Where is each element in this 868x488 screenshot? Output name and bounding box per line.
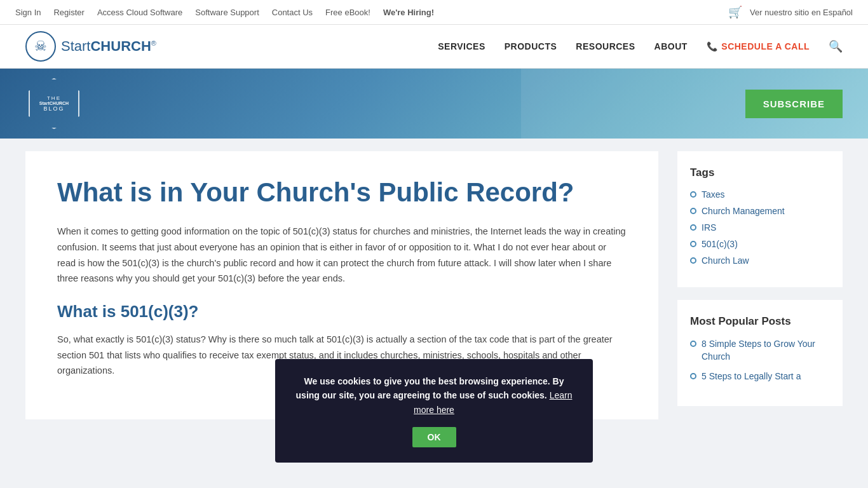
- nav-links: SERVICES PRODUCTS RESOURCES ABOUT 📞 SCHE…: [438, 39, 843, 53]
- logo-icon: ☠: [25, 31, 56, 62]
- tag-dot: [690, 257, 696, 264]
- popular-list: 8 Simple Steps to Grow Your Church 5 Ste…: [690, 338, 830, 383]
- tag-irs[interactable]: IRS: [702, 222, 716, 233]
- cookie-ok-button[interactable]: OK: [412, 427, 456, 432]
- tag-dot: [690, 191, 696, 198]
- tag-church-management[interactable]: Church Management: [702, 206, 785, 216]
- hiring-link[interactable]: We're Hiring!: [383, 8, 434, 17]
- list-item: Church Management: [690, 206, 830, 216]
- top-bar: Sign In Register Access Cloud Software S…: [0, 0, 868, 25]
- search-icon[interactable]: 🔍: [829, 39, 843, 53]
- list-item: Church Law: [690, 255, 830, 266]
- hex-shape: THE StartCHURCH BLOG: [29, 78, 79, 129]
- sidebar: Tags Taxes Church Management IRS 501(c)(…: [677, 151, 843, 419]
- phone-icon: 📞: [707, 41, 718, 51]
- popular-grow-church[interactable]: 8 Simple Steps to Grow Your Church: [702, 338, 830, 363]
- logo[interactable]: ☠ StartCHURCH®: [25, 31, 156, 62]
- tag-church-law[interactable]: Church Law: [702, 255, 749, 266]
- hero-banner: THE StartCHURCH BLOG SUBSCRIBE: [0, 69, 868, 139]
- tag-list: Taxes Church Management IRS 501(c)(3) Ch…: [690, 189, 830, 266]
- article-title: What is in Your Church's Public Record?: [57, 177, 627, 208]
- tags-title: Tags: [690, 166, 830, 179]
- blog-logo: THE StartCHURCH BLOG: [25, 75, 83, 132]
- list-item: 5 Steps to Legally Start a: [690, 370, 830, 383]
- top-bar-links: Sign In Register Access Cloud Software S…: [15, 8, 434, 17]
- list-item: Taxes: [690, 189, 830, 200]
- tag-dot: [690, 224, 696, 231]
- logo-text: StartCHURCH®: [61, 38, 156, 55]
- nav-services[interactable]: SERVICES: [438, 41, 485, 51]
- tags-card: Tags Taxes Church Management IRS 501(c)(…: [677, 151, 843, 287]
- popular-posts-card: Most Popular Posts 8 Simple Steps to Gro…: [677, 300, 843, 406]
- popular-dot: [690, 373, 696, 379]
- list-item: 501(c)(3): [690, 239, 830, 249]
- nav-about[interactable]: ABOUT: [654, 41, 688, 51]
- tag-501c3[interactable]: 501(c)(3): [702, 239, 738, 249]
- article-subheading-1: What is 501(c)(3)?: [57, 302, 627, 322]
- free-ebook-link[interactable]: Free eBook!: [325, 8, 370, 17]
- contact-us-link[interactable]: Contact Us: [272, 8, 313, 17]
- list-item: 8 Simple Steps to Grow Your Church: [690, 338, 830, 363]
- article-body-1: When it comes to getting good informatio…: [57, 224, 627, 287]
- nav-products[interactable]: PRODUCTS: [505, 41, 557, 51]
- tag-dot: [690, 241, 696, 247]
- tag-taxes[interactable]: Taxes: [702, 189, 725, 200]
- nav-resources[interactable]: RESOURCES: [576, 41, 635, 51]
- schedule-call-button[interactable]: 📞 SCHEDULE A CALL: [707, 41, 810, 51]
- cart-icon[interactable]: 🛒: [728, 5, 742, 19]
- cookie-text: We use cookies to give you the best brow…: [295, 374, 573, 417]
- top-bar-right: 🛒 Ver nuestro sitio en Español: [728, 5, 853, 19]
- sign-in-link[interactable]: Sign In: [15, 8, 41, 17]
- main-nav: ☠ StartCHURCH® SERVICES PRODUCTS RESOURC…: [0, 25, 868, 69]
- popular-start-church[interactable]: 5 Steps to Legally Start a: [702, 370, 801, 383]
- software-support-link[interactable]: Software Support: [195, 8, 259, 17]
- register-link[interactable]: Register: [53, 8, 84, 17]
- tag-dot: [690, 208, 696, 214]
- popular-title: Most Popular Posts: [690, 315, 830, 328]
- list-item: IRS: [690, 222, 830, 233]
- spanish-link[interactable]: Ver nuestro sitio en Español: [750, 8, 853, 17]
- cookie-banner: We use cookies to give you the best brow…: [275, 359, 593, 432]
- cloud-software-link[interactable]: Access Cloud Software: [97, 8, 182, 17]
- popular-dot: [690, 341, 696, 347]
- subscribe-button[interactable]: SUBSCRIBE: [745, 90, 843, 118]
